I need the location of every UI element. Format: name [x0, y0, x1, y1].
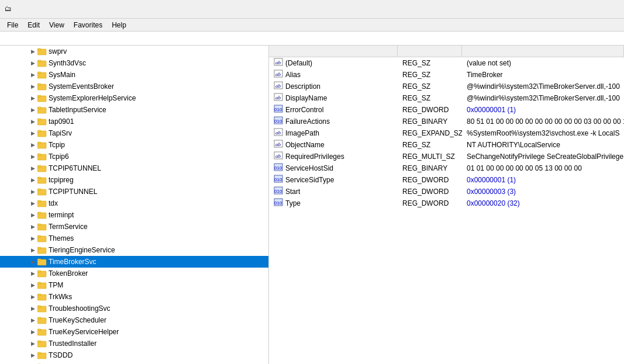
tree-expander[interactable]: ▶: [28, 244, 37, 256]
tree-item[interactable]: ▶TSDDD: [0, 349, 268, 361]
tree-item[interactable]: ▶TsUsbFlt: [0, 361, 268, 364]
tree-expander[interactable]: ▶: [28, 338, 37, 349]
value-row[interactable]: abDisplayNameREG_SZ@%windir%\system32\Ti…: [269, 92, 624, 104]
tree-item[interactable]: ▶TCPIP6TUNNEL: [0, 162, 268, 174]
value-row[interactable]: abDescriptionREG_SZ@%windir%\system32\Ti…: [269, 81, 624, 92]
value-row[interactable]: abImagePathREG_EXPAND_SZ%SystemRoot%\sys…: [269, 127, 624, 139]
tree-expander[interactable]: ▶: [28, 279, 37, 291]
value-name: Alias: [285, 71, 301, 79]
value-type-icon: ab: [274, 70, 283, 79]
menu-item-view[interactable]: View: [44, 20, 69, 30]
tree-expander[interactable]: ▶: [28, 197, 37, 209]
value-row[interactable]: abAliasREG_SZTimeBroker: [269, 69, 624, 81]
values-scroll[interactable]: ab(Default)REG_SZ(value not set)abAliasR…: [269, 57, 624, 364]
tree-item[interactable]: ▶swprv: [0, 46, 268, 57]
tree-expander[interactable]: ▶: [28, 233, 37, 244]
tree-item[interactable]: ▶TrueKeyScheduler: [0, 314, 268, 326]
value-name-cell: abObjectName: [269, 139, 398, 150]
values-header: [269, 46, 624, 57]
value-row[interactable]: 010ServiceSidTypeREG_DWORD0x00000001 (1): [269, 174, 624, 186]
type-column-header[interactable]: [398, 46, 462, 57]
tree-indent-spacer: [0, 151, 9, 162]
maximize-button[interactable]: [566, 0, 592, 19]
tree-indent-spacer: [0, 221, 9, 233]
tree-item[interactable]: ▶TrueKeyServiceHelper: [0, 326, 268, 338]
value-row[interactable]: abObjectNameREG_SZNT AUTHORITY\LocalServ…: [269, 139, 624, 151]
tree-expander[interactable]: ▶: [28, 174, 37, 186]
tree-item[interactable]: ▶TimeBrokerSvc: [0, 256, 268, 268]
tree-item[interactable]: ▶TapiSrv: [0, 127, 268, 139]
value-name: ServiceHostSid: [285, 164, 333, 172]
tree-item[interactable]: ▶TCPIPTUNNEL: [0, 186, 268, 197]
name-column-header[interactable]: [269, 46, 398, 57]
menu-item-file[interactable]: File: [2, 20, 23, 30]
tree-expander[interactable]: ▶: [28, 104, 37, 116]
value-row[interactable]: 010ErrorControlREG_DWORD0x00000001 (1): [269, 104, 624, 116]
tree-expander[interactable]: ▶: [28, 116, 37, 127]
tree-expander[interactable]: ▶: [28, 209, 37, 221]
tree-item-label: tap0901: [49, 117, 74, 126]
menu-item-edit[interactable]: Edit: [23, 20, 44, 30]
value-row[interactable]: ab(Default)REG_SZ(value not set): [269, 57, 624, 69]
folder-icon: [37, 222, 47, 231]
tree-item[interactable]: ▶TroubleshootingSvc: [0, 303, 268, 314]
tree-item[interactable]: ▶TPM: [0, 279, 268, 291]
tree-item-label: SysMain: [49, 71, 75, 79]
tree-item[interactable]: ▶Tcpip6: [0, 151, 268, 162]
tree-scroll[interactable]: ▶swprv▶Synth3dVsc▶SysMain▶SystemEventsBr…: [0, 46, 268, 364]
tree-item[interactable]: ▶TrustedInstaller: [0, 338, 268, 349]
value-row[interactable]: 010FailureActionsREG_BINARY80 51 01 00 0…: [269, 116, 624, 127]
menu-item-favorites[interactable]: Favorites: [69, 20, 107, 30]
tree-item[interactable]: ▶tdx: [0, 197, 268, 209]
value-type-icon: 010: [274, 175, 283, 185]
tree-item[interactable]: ▶Tcpip: [0, 139, 268, 151]
tree-item[interactable]: ▶TrkWks: [0, 291, 268, 303]
tree-expander[interactable]: ▶: [28, 127, 37, 139]
tree-expander[interactable]: ▶: [28, 69, 37, 81]
tree-expander[interactable]: ▶: [28, 361, 37, 364]
tree-indent-spacer: [0, 197, 9, 209]
minimize-button[interactable]: [539, 0, 566, 19]
tree-expander[interactable]: ▶: [28, 349, 37, 361]
tree-expander[interactable]: ▶: [28, 46, 37, 57]
tree-item[interactable]: ▶terminpt: [0, 209, 268, 221]
tree-item[interactable]: ▶SystemEventsBroker: [0, 81, 268, 92]
menu-item-help[interactable]: Help: [107, 20, 131, 30]
tree-expander[interactable]: ▶: [28, 81, 37, 92]
tree-item[interactable]: ▶SysMain: [0, 69, 268, 81]
tree-item[interactable]: ▶Themes: [0, 233, 268, 244]
tree-item-label: SystemEventsBroker: [49, 82, 114, 91]
tree-expander[interactable]: ▶: [28, 326, 37, 338]
tree-item[interactable]: ▶tcpipreg: [0, 174, 268, 186]
tree-expander[interactable]: ▶: [28, 256, 37, 268]
tree-expander[interactable]: ▶: [28, 162, 37, 174]
tree-item[interactable]: ▶TokenBroker: [0, 268, 268, 279]
window-controls: [539, 0, 619, 19]
tree-indent-spacer: [0, 244, 9, 256]
tree-expander[interactable]: ▶: [28, 92, 37, 104]
tree-expander[interactable]: ▶: [28, 268, 37, 279]
tree-expander[interactable]: ▶: [28, 139, 37, 151]
tree-expander[interactable]: ▶: [28, 291, 37, 303]
tree-item[interactable]: ▶Synth3dVsc: [0, 57, 268, 69]
value-row[interactable]: 010ServiceHostSidREG_BINARY01 01 00 00 0…: [269, 162, 624, 174]
tree-item[interactable]: ▶TabletInputService: [0, 104, 268, 116]
tree-expander[interactable]: ▶: [28, 314, 37, 326]
svg-rect-15: [37, 130, 41, 132]
close-button[interactable]: [592, 0, 619, 19]
tree-item[interactable]: ▶SystemExplorerHelpService: [0, 92, 268, 104]
tree-item[interactable]: ▶TieringEngineService: [0, 244, 268, 256]
tree-expander[interactable]: ▶: [28, 151, 37, 162]
tree-item-label: TabletInputService: [49, 106, 106, 114]
tree-expander[interactable]: ▶: [28, 303, 37, 314]
tree-expander[interactable]: ▶: [28, 57, 37, 69]
tree-expander[interactable]: ▶: [28, 221, 37, 233]
value-row[interactable]: 010TypeREG_DWORD0x00000020 (32): [269, 197, 624, 209]
value-name-cell: abImagePath: [269, 127, 398, 138]
tree-item[interactable]: ▶TermService: [0, 221, 268, 233]
data-column-header[interactable]: [462, 46, 624, 57]
tree-expander[interactable]: ▶: [28, 186, 37, 197]
value-row[interactable]: abRequiredPrivilegesREG_MULTI_SZSeChange…: [269, 151, 624, 162]
value-row[interactable]: 010StartREG_DWORD0x00000003 (3): [269, 186, 624, 197]
tree-item[interactable]: ▶tap0901: [0, 116, 268, 127]
